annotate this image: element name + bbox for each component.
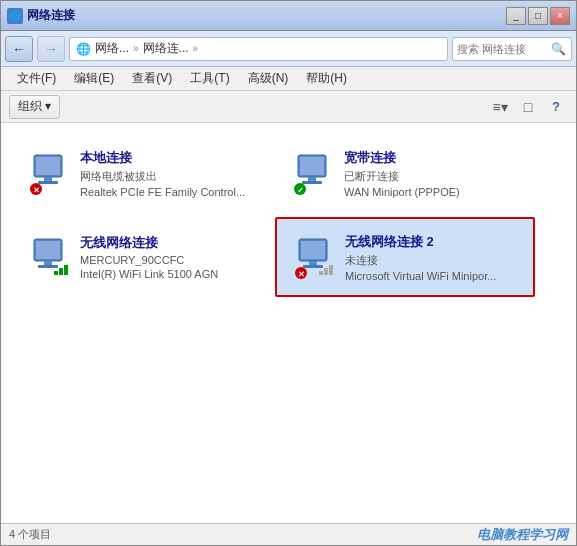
svg-rect-21 xyxy=(309,261,317,265)
view-options-button[interactable]: ≡▾ xyxy=(488,96,512,118)
svg-rect-18 xyxy=(64,265,68,275)
svg-rect-13 xyxy=(36,241,60,259)
title-bar-left: 🌐 网络连接 xyxy=(7,7,75,24)
svg-rect-2 xyxy=(44,177,52,181)
window-icon: 🌐 xyxy=(7,8,23,24)
svg-rect-22 xyxy=(303,265,323,268)
svg-rect-25 xyxy=(319,271,323,275)
svg-rect-26 xyxy=(324,268,328,275)
svg-rect-27 xyxy=(329,265,333,275)
wifi2-connection-status: 未连接 xyxy=(345,253,525,268)
path-sep2: » xyxy=(193,43,199,54)
view-layout-button[interactable]: □ xyxy=(516,96,540,118)
maximize-button[interactable]: □ xyxy=(528,7,548,25)
menu-help[interactable]: 帮助(H) xyxy=(298,68,355,89)
menu-bar: 文件(F) 编辑(E) 查看(V) 工具(T) 高级(N) 帮助(H) xyxy=(1,67,576,91)
wifi-connection-status: MERCURY_90CCFC xyxy=(80,254,262,266)
svg-rect-9 xyxy=(302,181,322,184)
broadband-connection-detail: WAN Miniport (PPPOE) xyxy=(344,186,526,198)
menu-view[interactable]: 查看(V) xyxy=(124,68,180,89)
broadband-connection-item[interactable]: ✓ 宽带连接 已断开连接 WAN Miniport (PPPOE) xyxy=(275,133,535,213)
wifi2-connection-detail: Microsoft Virtual WiFi Minipor... xyxy=(345,270,525,282)
svg-rect-14 xyxy=(44,261,52,265)
help-button[interactable]: ? xyxy=(544,96,568,118)
menu-file[interactable]: 文件(F) xyxy=(9,68,64,89)
svg-rect-15 xyxy=(38,265,58,268)
svg-rect-17 xyxy=(59,268,63,275)
path-icon: 🌐 xyxy=(76,42,91,56)
local-connection-status: 网络电缆被拔出 xyxy=(80,169,262,184)
svg-rect-7 xyxy=(300,157,324,175)
svg-text:✕: ✕ xyxy=(33,186,40,195)
svg-rect-8 xyxy=(308,177,316,181)
main-window: 🌐 网络连接 _ □ × ← → 🌐 网络... » 网络连... » 🔍 文件… xyxy=(0,0,577,546)
wifi2-connection-icon-area: ✕ xyxy=(285,229,341,285)
toolbar-right: ≡▾ □ ? xyxy=(488,96,568,118)
close-button[interactable]: × xyxy=(550,7,570,25)
wifi2-connection-info: 无线网络连接 2 未连接 Microsoft Virtual WiFi Mini… xyxy=(341,233,525,282)
wifi2-icon: ✕ xyxy=(291,235,335,279)
svg-rect-20 xyxy=(301,241,325,259)
svg-text:✓: ✓ xyxy=(297,186,304,195)
svg-rect-3 xyxy=(38,181,58,184)
local-connection-icon-area: ✕ xyxy=(20,145,76,201)
title-controls: _ □ × xyxy=(506,7,570,25)
menu-edit[interactable]: 编辑(E) xyxy=(66,68,122,89)
wifi-connection-detail: Intel(R) WiFi Link 5100 AGN xyxy=(80,268,262,280)
wired-computer-icon: ✕ xyxy=(26,151,70,195)
local-connection-item[interactable]: ✕ 本地连接 网络电缆被拔出 Realtek PCIe FE Family Co… xyxy=(11,133,271,213)
svg-text:✕: ✕ xyxy=(298,270,305,279)
back-button[interactable]: ← xyxy=(5,36,33,62)
wifi-connection-info: 无线网络连接 MERCURY_90CCFC Intel(R) WiFi Link… xyxy=(76,234,262,280)
local-connection-name: 本地连接 xyxy=(80,149,262,167)
search-input[interactable] xyxy=(457,43,547,55)
minimize-button[interactable]: _ xyxy=(506,7,526,25)
path-sep1: » xyxy=(133,43,139,54)
address-path[interactable]: 🌐 网络... » 网络连... » xyxy=(69,37,448,61)
forward-button[interactable]: → xyxy=(37,36,65,62)
toolbar: 组织 ▾ ≡▾ □ ? xyxy=(1,91,576,123)
title-bar: 🌐 网络连接 _ □ × xyxy=(1,1,576,31)
menu-advanced[interactable]: 高级(N) xyxy=(240,68,297,89)
wifi-icon xyxy=(26,235,70,279)
status-bar: 4 个项目 电脑教程学习网 xyxy=(1,523,576,545)
content-area: ✕ 本地连接 网络电缆被拔出 Realtek PCIe FE Family Co… xyxy=(1,123,576,523)
wifi-connection-icon-area xyxy=(20,229,76,285)
address-bar: ← → 🌐 网络... » 网络连... » 🔍 xyxy=(1,31,576,67)
window-title: 网络连接 xyxy=(27,7,75,24)
organize-button[interactable]: 组织 ▾ xyxy=(9,95,60,119)
path-part1: 网络... xyxy=(95,40,129,57)
watermark: 电脑教程学习网 xyxy=(477,526,568,544)
broadband-connection-name: 宽带连接 xyxy=(344,149,526,167)
broadband-connection-status: 已断开连接 xyxy=(344,169,526,184)
search-box[interactable]: 🔍 xyxy=(452,37,572,61)
search-button[interactable]: 🔍 xyxy=(549,40,567,58)
wifi-connection-name: 无线网络连接 xyxy=(80,234,262,252)
local-connection-info: 本地连接 网络电缆被拔出 Realtek PCIe FE Family Cont… xyxy=(76,149,262,198)
path-part2: 网络连... xyxy=(143,40,189,57)
svg-rect-16 xyxy=(54,271,58,275)
item-count: 4 个项目 xyxy=(9,527,51,542)
wifi2-connection-item[interactable]: ✕ 无线网络连接 2 未连接 Microsoft Virtual WiFi Mi… xyxy=(275,217,535,297)
broadband-icon: ✓ xyxy=(290,151,334,195)
broadband-connection-info: 宽带连接 已断开连接 WAN Miniport (PPPOE) xyxy=(340,149,526,198)
menu-tools[interactable]: 工具(T) xyxy=(182,68,237,89)
local-connection-detail: Realtek PCIe FE Family Control... xyxy=(80,186,262,198)
wifi2-connection-name: 无线网络连接 2 xyxy=(345,233,525,251)
svg-rect-1 xyxy=(36,157,60,175)
wifi-connection-item[interactable]: 无线网络连接 MERCURY_90CCFC Intel(R) WiFi Link… xyxy=(11,217,271,297)
broadband-connection-icon-area: ✓ xyxy=(284,145,340,201)
